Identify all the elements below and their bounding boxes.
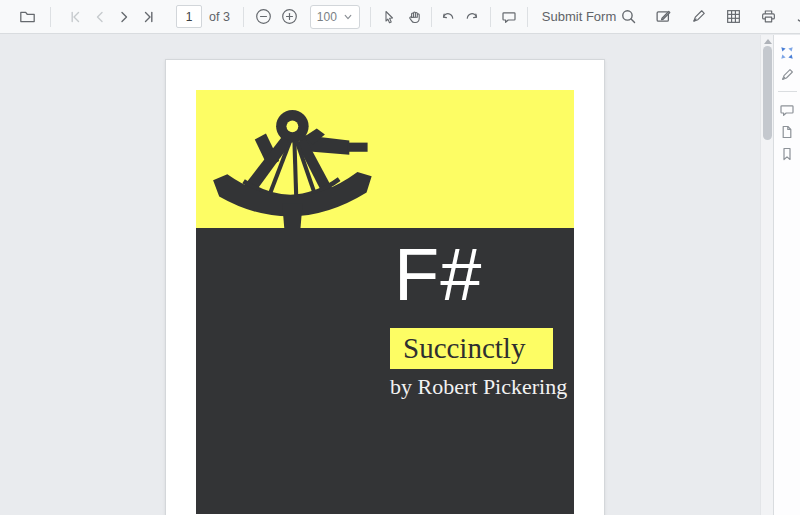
undo-icon [440,9,456,25]
book-author: by Robert Pickering [390,374,567,400]
pdf-page-1[interactable]: F# Succinctly by Robert Pickering [165,59,605,515]
zoom-out-button[interactable] [252,4,276,30]
table-grid-icon [725,8,742,25]
search-button[interactable] [616,4,640,30]
form-designer-button[interactable] [779,45,795,61]
page-number-input[interactable] [176,5,202,28]
organize-pages-button[interactable] [779,124,795,140]
toolbar-separator [431,7,432,27]
comment-panel-icon [779,102,795,118]
comment-button[interactable] [497,4,521,30]
book-cover: F# Succinctly by Robert Pickering [196,90,574,514]
download-button[interactable] [791,4,800,30]
last-page-button[interactable] [136,4,160,30]
chevron-down-icon [343,8,353,26]
annotation-edit-icon [655,8,672,25]
page-count-label: of 3 [209,10,230,24]
toolbar-separator [370,7,371,27]
zoom-in-button[interactable] [278,4,302,30]
toolbar-separator [50,7,51,27]
zoom-level-dropdown[interactable]: 100 [310,5,360,29]
toolbar-separator [527,7,528,27]
page-thumbnail-icon [779,124,795,140]
cover-dark-band: F# Succinctly by Robert Pickering [196,228,574,514]
first-page-icon [68,9,84,25]
document-viewport[interactable]: F# Succinctly by Robert Pickering [0,35,760,515]
zoom-level-value: 100 [317,10,337,24]
book-title: F# [394,238,482,312]
previous-page-icon [92,9,108,25]
annotation-pen-button[interactable] [779,67,795,83]
pan-tool-button[interactable] [403,4,427,30]
last-page-icon [140,9,156,25]
scrollbar-up-arrow[interactable] [763,37,772,45]
bookmark-icon [779,146,795,162]
ink-pen-icon [690,8,707,25]
redo-button[interactable] [460,4,484,30]
next-page-button[interactable] [112,4,136,30]
submit-form-button[interactable]: Submit Form [542,9,616,24]
comment-bubble-icon [501,9,517,25]
toolbar-right-group [616,4,800,30]
first-page-button[interactable] [64,4,88,30]
vertical-scrollbar[interactable] [760,35,773,515]
select-tool-button[interactable] [377,4,401,30]
open-folder-icon [19,8,36,25]
right-sidebar [773,35,800,515]
redo-icon [464,9,480,25]
undo-button[interactable] [436,4,460,30]
book-series-highlight: Succinctly [390,328,553,369]
print-button[interactable] [756,4,780,30]
toolbar-separator [243,7,244,27]
form-field-button[interactable] [721,4,745,30]
download-icon [795,8,800,25]
comment-panel-button[interactable] [779,102,795,118]
scrollbar-thumb[interactable] [763,46,772,140]
ink-pen-button[interactable] [686,4,710,30]
previous-page-button[interactable] [88,4,112,30]
form-designer-icon [779,45,795,61]
printer-icon [760,8,777,25]
zoom-out-icon [255,8,272,25]
open-file-button[interactable] [13,4,41,30]
book-series: Succinctly [390,332,525,365]
search-icon [620,8,637,25]
zoom-in-icon [281,8,298,25]
pdf-viewer-toolbar: of 3 100 [0,0,800,34]
sextant-illustration [210,104,390,228]
annotation-button[interactable] [651,4,675,30]
toolbar-separator [490,7,491,27]
cover-yellow-band [196,90,574,228]
next-page-icon [116,9,132,25]
pen-icon [779,67,795,83]
hand-icon [407,9,423,25]
sidebar-separator [778,91,797,92]
bookmarks-button[interactable] [779,146,795,162]
cursor-icon [381,9,397,25]
